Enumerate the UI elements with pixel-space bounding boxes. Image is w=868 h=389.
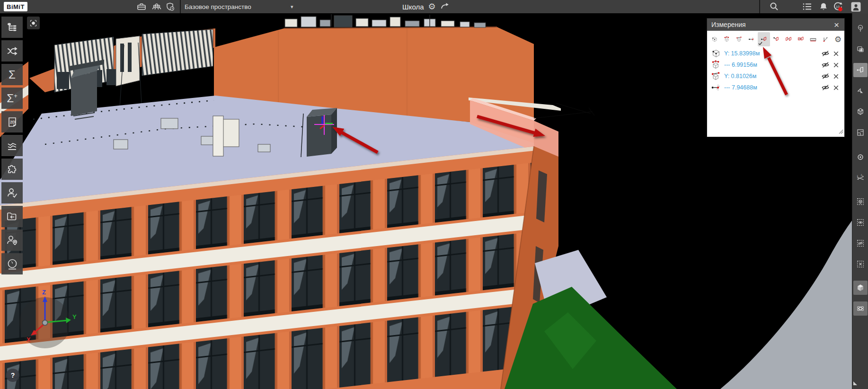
measure-ruler-tool[interactable] [807, 32, 819, 46]
sigma-plus-icon: Σ+ [7, 92, 17, 105]
app-logo[interactable]: BiMiT [4, 2, 27, 11]
measure-model-point-tool[interactable] [709, 32, 721, 46]
measure-settings-gear-icon[interactable]: ⚙ [832, 34, 844, 45]
delete-measurement-icon[interactable] [831, 60, 841, 70]
charts-button[interactable] [1, 135, 23, 156]
measure-point-to-point-tool[interactable] [721, 32, 733, 46]
model-tree-button[interactable] [1, 17, 23, 38]
topbar-divider-right [759, 0, 760, 13]
show-selection-button[interactable] [853, 215, 868, 230]
panel-resize-handle[interactable] [838, 127, 843, 136]
environment-tree-button[interactable] [853, 21, 868, 35]
measurement-value: --- 6.99156м [724, 62, 820, 68]
measure-edge-tool[interactable] [733, 32, 745, 46]
visibility-off-icon[interactable] [820, 83, 831, 92]
measurement-value: Y: 0.81026м [724, 73, 820, 80]
space-selector[interactable]: Базовое пространство [185, 0, 251, 13]
list-icon[interactable] [802, 1, 813, 12]
bell-icon[interactable] [818, 1, 829, 12]
dashboard-gauge-button[interactable] [1, 253, 23, 274]
sigma-icon: Σ [9, 68, 16, 81]
sum-button[interactable]: Σ [1, 64, 23, 85]
delete-measurement-icon[interactable] [831, 83, 841, 92]
left-toolbar: Σ Σ+ 2D [1, 13, 23, 277]
delete-measurement-icon[interactable] [831, 49, 841, 58]
project-settings-gear-icon[interactable]: ⚙ [428, 2, 436, 11]
orbit-mode-button[interactable] [853, 301, 868, 316]
measurement-row: --- 6.99156м [707, 59, 844, 71]
portfolio-icon[interactable] [136, 1, 147, 12]
axis-x-label: X [27, 336, 31, 343]
measure-point-to-line-tool[interactable] [745, 32, 758, 46]
shaded-view-button[interactable] [853, 281, 868, 295]
measurement-row: Y: 15.83998м [707, 48, 844, 59]
visibility-off-icon[interactable] [820, 60, 831, 70]
focus-target-button[interactable] [853, 150, 868, 164]
measurements-panel-title: Измерения [711, 21, 746, 28]
measure-point-to-plane-tool[interactable] [758, 32, 770, 46]
measure-point-to-line-icon [710, 82, 722, 93]
selected-check-icon [758, 40, 762, 47]
measure-tools-toolbar: ⚙ [707, 31, 844, 48]
share-icon[interactable] [440, 1, 450, 12]
notification-dot [838, 7, 842, 11]
measure-plane-offset-tool[interactable] [795, 32, 807, 46]
axis-z-label: Z [42, 289, 46, 296]
selection-sets-button[interactable] [853, 42, 868, 56]
measure-point-plane-alt-tool[interactable] [770, 32, 782, 46]
measurement-row: Y: 0.81026м [707, 71, 844, 82]
hide-selection-button[interactable] [853, 236, 868, 250]
floorplan-button[interactable] [853, 125, 868, 140]
bim-viewer-app: Z Y X BiMiT [0, 0, 868, 389]
isolate-selection-button[interactable] [853, 194, 868, 209]
user-approve-button[interactable] [1, 182, 23, 203]
measure-edge-icon [710, 71, 722, 81]
2d-icon-label: 2D [10, 119, 16, 124]
project-title: Школа [402, 3, 424, 11]
selection-mode-button[interactable] [27, 17, 40, 29]
measure-angle-tool[interactable] [819, 32, 832, 46]
history-icon[interactable]: 10 [832, 1, 843, 12]
clear-selection-button[interactable] [853, 257, 868, 271]
axis-marker-2: 2 [860, 174, 862, 177]
team-icon[interactable] [151, 1, 162, 12]
measurement-row: --- 7.94688м [707, 82, 844, 93]
shield-clock-icon[interactable] [165, 1, 175, 12]
measure-point-plane-button[interactable] [853, 63, 868, 77]
space-selector-label: Базовое пространство [185, 3, 251, 10]
measure-point-to-point-icon [710, 60, 722, 70]
measurement-value: Y: 15.83998м [724, 50, 820, 57]
sum-add-button[interactable]: Σ+ [1, 88, 23, 109]
chevron-down-icon[interactable]: ▾ [291, 0, 293, 13]
user-location-button[interactable] [1, 230, 23, 251]
measure-plane-to-plane-tool[interactable] [782, 32, 795, 46]
shuffle-button[interactable] [1, 40, 23, 62]
help-button[interactable]: ? [6, 369, 19, 382]
folder-import-button[interactable] [1, 206, 23, 227]
topbar: BiMiT Базовое пространство ▾ Школа ⚙ [0, 0, 868, 13]
measurements-panel-header[interactable]: Измерения × [707, 18, 844, 31]
sidebar-resize-handle[interactable] [853, 379, 858, 387]
visibility-off-icon[interactable] [820, 49, 831, 58]
axis-y-label: Y [72, 313, 77, 320]
section-box-button[interactable] [853, 105, 868, 119]
measure-model-point-icon [710, 48, 722, 59]
user-avatar[interactable] [850, 1, 861, 12]
2d-view-button[interactable]: 2D [1, 111, 23, 133]
close-icon[interactable]: × [833, 20, 840, 29]
measurements-panel: Измерения × ⚙ Y: 15.83998м [707, 18, 845, 137]
flip-section-button[interactable] [853, 84, 868, 98]
right-toolbar: 1 2 [852, 13, 868, 389]
visibility-off-icon[interactable] [820, 71, 831, 81]
measurement-value: --- 7.94688м [724, 84, 820, 91]
topbar-divider [180, 0, 181, 13]
axes-compare-button[interactable]: 1 2 [853, 171, 868, 185]
axis-marker-1: 1 [857, 175, 858, 177]
delete-measurement-icon[interactable] [831, 71, 841, 81]
search-icon[interactable] [769, 1, 779, 12]
plugins-button[interactable] [1, 159, 23, 180]
